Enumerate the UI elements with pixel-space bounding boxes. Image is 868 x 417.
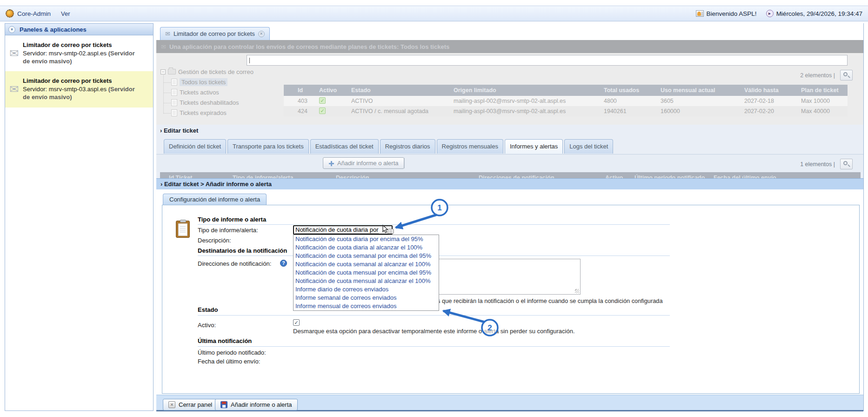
table-row[interactable]: 424 ACTIVO / c. mensual agotada mailing-… [284, 106, 848, 116]
menu-ver[interactable]: Ver [61, 10, 70, 17]
column-header[interactable]: Origen limitado [454, 85, 496, 96]
folder-icon [168, 69, 176, 74]
dropdown-option[interactable]: Notificación de cuota mensual por encima… [294, 269, 439, 277]
add-informe-button[interactable]: Añadir informe o alerta [323, 157, 404, 169]
tree-connector [164, 82, 171, 83]
tree-node-todos[interactable]: Todos los tickets [171, 77, 227, 87]
tickets-table-header: Id Activo Estado Origen limitado Total u… [284, 85, 848, 96]
app-menu[interactable]: Core-Admin [17, 10, 51, 17]
section-divider [198, 346, 670, 347]
help-icon[interactable] [280, 260, 287, 267]
collapse-node-icon[interactable] [160, 69, 166, 74]
sidebar-item-limitador-smtp03[interactable]: Limitador de correo por tickets Servidor… [5, 71, 153, 107]
panel-button-bar: Cerrar panel Añadir informe o alerta [156, 395, 863, 411]
informes-count: 1 elementos | [772, 161, 835, 168]
top-menubar: Core-Admin Ver Bienvenido ASPL! Miércole… [0, 6, 868, 21]
tab-transporte[interactable]: Transporte para los tickets [227, 139, 309, 154]
activo-checkbox[interactable] [293, 319, 300, 326]
sidebar-header[interactable]: Paneles & aplicaciones [5, 24, 153, 35]
tree-node-expirados[interactable]: Tickets expirados [171, 108, 227, 117]
tickets-filter-input[interactable] [247, 55, 848, 66]
dropdown-option[interactable]: Notificación de cuota mensual al alcanza… [294, 277, 439, 285]
column-header[interactable]: Activo [319, 85, 337, 96]
tab-registros-diarios[interactable]: Registros diarios [380, 139, 435, 154]
dropdown-option[interactable]: Informe mensual de correos enviados [294, 302, 439, 310]
column-header[interactable]: Id [298, 85, 303, 96]
cell-valido: 2027-02-18 [744, 96, 774, 106]
column-header[interactable]: Total usados [604, 85, 639, 96]
grid-column: Activo [605, 175, 623, 178]
column-header[interactable]: Plan de ticket [801, 85, 839, 96]
tree-node-activos[interactable]: Tickets activos [171, 87, 219, 97]
activo-label: Activo: [198, 322, 216, 329]
tab-title: Limitador de correo por tickets [174, 30, 255, 37]
ultimo-periodo-label: Último periodo notificado: [198, 349, 266, 356]
active-check-icon [319, 108, 326, 114]
app-item-server: Servidor: msrv-smtp-02.aspl.es (Servidor… [23, 49, 138, 65]
tab-estadisticas[interactable]: Estadísticas del ticket [310, 139, 379, 154]
section-divider [198, 224, 670, 225]
direcciones-label: Direcciones de notificación: [198, 260, 271, 267]
close-tab-icon[interactable] [258, 31, 265, 37]
tab-logs[interactable]: Logs del ticket [564, 139, 613, 154]
text-caret [249, 58, 250, 63]
grid-column: Fecha del último envío [714, 175, 776, 178]
dropdown-option[interactable]: Informe semanal de correos enviados [294, 294, 439, 302]
dropdown-option[interactable]: Notificación de cuota diaria al alcanzar… [294, 243, 439, 252]
tree-connector [164, 93, 171, 93]
collapse-sidebar-icon[interactable] [8, 26, 15, 33]
descripcion-label: Descripción: [198, 237, 231, 244]
search-icon [843, 72, 848, 76]
clock-icon [766, 10, 774, 17]
list-icon [171, 99, 177, 106]
cell-mensual: 160000 [661, 106, 680, 116]
add-informe-label: Añadir informe o alerta [337, 160, 399, 167]
section-estado-title: Estado [198, 306, 218, 313]
user-badge-icon [696, 10, 704, 17]
fecha-ultimo-envio-label: Fecha del último envío: [198, 358, 260, 365]
column-header[interactable]: Estado [351, 85, 371, 96]
cell-plan: Max 10000 [801, 96, 830, 106]
search-informes-button[interactable] [840, 159, 853, 169]
column-header[interactable]: Uso mensual actual [661, 85, 715, 96]
dropdown-option[interactable]: Notificación de cuota semanal al alcanza… [294, 260, 439, 269]
tipo-informe-label: Tipo de informe/alerta: [198, 227, 258, 234]
search-tickets-button[interactable] [840, 70, 853, 81]
server-name: Servidor: msrv-smtp-03.aspl.es [23, 86, 107, 93]
tab-definicion[interactable]: Definición del ticket [164, 139, 226, 154]
cerrar-panel-button[interactable]: Cerrar panel [163, 399, 218, 410]
dropdown-option[interactable]: Informe diario de correos enviados [294, 285, 439, 294]
tickets-count: 2 elementos | [772, 72, 835, 79]
dropdown-option[interactable]: Notificación de cuota diaria por encima … [294, 235, 439, 243]
cerrar-panel-label: Cerrar panel [179, 401, 212, 408]
dropdown-option[interactable]: Notificación de cuota semanal por encima… [294, 252, 439, 260]
list-icon [171, 79, 177, 86]
section-destinatarios-title: Destinatarios de la notificación [198, 247, 287, 254]
column-header[interactable]: Válido hasta [744, 85, 779, 96]
tipo-informe-select[interactable]: Notificación de cuota diaria por [293, 225, 393, 235]
clipboard-icon [176, 221, 190, 238]
mail-app-icon [9, 48, 19, 59]
sidebar-item-limitador-smtp02[interactable]: Limitador de correo por tickets Servidor… [5, 35, 153, 71]
datetime-area: Miércoles, 29/4/2026, 19:34:47 [766, 10, 862, 17]
tree-node-label: Tickets activos [180, 89, 219, 96]
tab-informes-alertas[interactable]: Informes y alertas [505, 139, 563, 154]
cell-estado: ACTIVO [351, 96, 373, 106]
tree-node-deshabilitados[interactable]: Tickets deshabilitados [171, 98, 239, 107]
cell-mensual: 3605 [661, 96, 674, 106]
cell-valido: 2027-02-20 [744, 106, 774, 116]
grid-column: Tipo de informe/alerta [233, 175, 293, 178]
tab-configuracion-informe[interactable]: Configuración del informe o alerta [163, 194, 267, 205]
cell-origen: mailing-aspl-002@msrv-smtp-02-alt.aspl.e… [454, 96, 566, 106]
tab-limitador-correo[interactable]: Limitador de correo por tickets [160, 27, 270, 40]
datetime-text: Miércoles, 29/4/2026, 19:34:47 [776, 10, 862, 17]
tab-registros-mensuales[interactable]: Registros mensuales [437, 139, 503, 154]
anadir-informe-button[interactable]: Añadir informe o alerta [215, 399, 298, 410]
panels-sidebar: Paneles & aplicaciones Limitador de corr… [5, 23, 154, 411]
clipboard-paper [178, 223, 187, 236]
tree-node-root[interactable]: Gestión de tickets de correo [160, 67, 254, 76]
table-row[interactable]: 403 ACTIVO mailing-aspl-002@msrv-smtp-02… [284, 96, 848, 106]
informes-grid-header-clipped: Id Ticket Tipo de informe/alerta Descrip… [160, 172, 861, 178]
toolbar-separator [404, 158, 405, 168]
server-name: Servidor: msrv-smtp-02.aspl.es [23, 50, 107, 57]
